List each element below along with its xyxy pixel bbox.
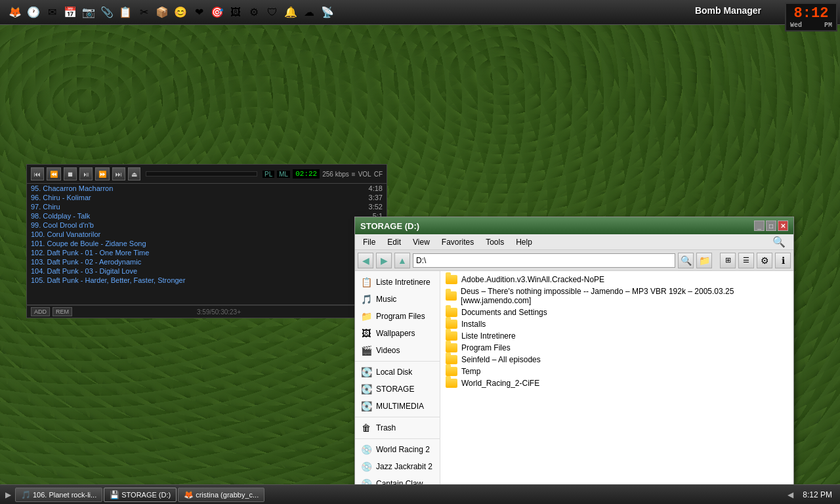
sidebar-item-videos[interactable]: 🎬 Videos <box>355 342 440 359</box>
picture-icon[interactable]: 🖼 <box>227 4 244 21</box>
list-item[interactable]: Deus – There's nothing impossible -- Jam… <box>443 285 791 306</box>
target-icon[interactable]: 🎯 <box>209 4 226 21</box>
list-item[interactable]: 102. Daft Punk - 01 - One More Time <box>27 248 387 257</box>
list-item[interactable]: Adobe.Audition.v3.WinAll.Cracked-NoPE <box>443 274 791 285</box>
menu-file[interactable]: File <box>358 236 381 248</box>
sidebar-item-liste[interactable]: 📋 Liste Intretinere <box>355 274 440 291</box>
sidebar-item-captain-claw[interactable]: 💿 Captain Claw <box>355 475 440 485</box>
taskbar-arrow-right[interactable]: ◀ <box>785 490 796 499</box>
sidebar-label-program-files: Program Files <box>376 312 425 321</box>
up-button[interactable]: ▲ <box>394 253 410 268</box>
list-item[interactable]: 95. Chacarron Macharron 4:18 <box>27 184 387 193</box>
list-item[interactable]: 103. Daft Punk - 02 - Aerodynamic <box>27 257 387 266</box>
list-item[interactable]: 99. Cool Drool d'n'b <box>27 220 387 230</box>
firefox-icon[interactable]: 🦊 <box>7 4 24 21</box>
sidebar-item-multimedia[interactable]: 💽 MULTIMEDIA <box>355 398 440 415</box>
info-button[interactable]: ℹ <box>775 253 791 268</box>
search-button[interactable]: 🔍 <box>678 253 694 268</box>
menu-view[interactable]: View <box>408 236 435 248</box>
view-icons-button[interactable]: ⊞ <box>720 253 736 268</box>
smiley-icon[interactable]: 😊 <box>172 4 189 21</box>
menu-tools[interactable]: Tools <box>480 236 509 248</box>
multimedia-icon: 💽 <box>360 400 372 412</box>
folder-icon <box>446 275 457 284</box>
bell-icon[interactable]: 🔔 <box>282 4 299 21</box>
taskbar-task-storage[interactable]: 💾 STORAGE (D:) <box>104 488 177 502</box>
winamp-ml-btn[interactable]: ML <box>277 171 290 178</box>
winamp-next-btn[interactable]: ⏭ <box>112 167 125 180</box>
winamp-rem-btn[interactable]: REM <box>52 307 72 316</box>
storage-icon: 💽 <box>360 383 372 395</box>
view-list-button[interactable]: ☰ <box>738 253 754 268</box>
list-item[interactable]: 105. Daft Punk - Harder, Better, Faster,… <box>27 276 387 285</box>
menu-favorites[interactable]: Favorites <box>436 236 479 248</box>
heart-icon[interactable]: ❤ <box>190 4 207 21</box>
sidebar-item-storage[interactable]: 💽 STORAGE <box>355 381 440 398</box>
file-manager-toolbar: ◀ ▶ ▲ 🔍 📁 ⊞ ☰ ⚙ ℹ <box>355 250 793 271</box>
list-item[interactable]: 100. Corul Vanatorilor <box>27 230 387 239</box>
sidebar-item-music[interactable]: 🎵 Music <box>355 291 440 308</box>
list-item[interactable]: World_Racing_2-CiFE <box>443 377 791 389</box>
menu-search-icon[interactable]: 🔍 <box>767 234 791 249</box>
settings-button[interactable]: ⚙ <box>757 253 772 268</box>
list-item[interactable]: 96. Chiru - Kolimar 3:37 <box>27 193 387 202</box>
camera-icon[interactable]: 📷 <box>80 4 97 21</box>
menu-help[interactable]: Help <box>511 236 537 248</box>
cloud-icon[interactable]: ☁ <box>301 4 318 21</box>
mail-icon[interactable]: ✉ <box>43 4 60 21</box>
list-item[interactable]: 98. Coldplay - Talk 5:1 <box>27 211 387 220</box>
taskbar-task-browser[interactable]: 🦊 cristina (grabby_c... <box>178 488 264 502</box>
back-button[interactable]: ◀ <box>358 253 373 268</box>
winamp-controls: ⏮ ⏪ ⏹ ⏯ ⏩ ⏭ ⏏ PL ML 02:22 256 kbps ≡ VOL… <box>26 164 387 184</box>
forward-button[interactable]: ▶ <box>376 253 392 268</box>
jazz-icon: 💿 <box>360 461 372 472</box>
minimize-button[interactable]: _ <box>754 220 765 231</box>
list-item[interactable]: Seinfeld – All episodes <box>443 354 791 366</box>
sidebar-item-program-files[interactable]: 📁 Program Files <box>355 308 440 325</box>
scissors-icon[interactable]: ✂ <box>135 4 152 21</box>
address-bar[interactable] <box>413 253 675 268</box>
package-icon[interactable]: 📦 <box>154 4 171 21</box>
list-item[interactable]: Liste Intretinere <box>443 330 791 342</box>
menu-edit[interactable]: Edit <box>382 236 406 248</box>
list-item[interactable]: Documents and Settings <box>443 306 791 318</box>
sidebar-item-world-racing[interactable]: 💿 World Racing 2 <box>355 441 440 458</box>
sidebar-item-jazz[interactable]: 💿 Jazz Jackrabit 2 <box>355 458 440 475</box>
file-manager-content: Adobe.Audition.v3.WinAll.Cracked-NoPE De… <box>440 271 793 485</box>
folder-icon <box>446 355 457 364</box>
list-item[interactable]: Program Files <box>443 342 791 354</box>
winamp-stop-btn[interactable]: ⏹ <box>64 167 77 180</box>
taskbar-arrow-left[interactable]: ▶ <box>3 490 14 499</box>
winamp-time: 02:22 <box>293 169 320 178</box>
list-item[interactable]: Installs <box>443 318 791 330</box>
winamp-progress[interactable] <box>146 171 257 177</box>
sidebar-item-local-disk[interactable]: 💽 Local Disk <box>355 364 440 381</box>
list-item[interactable]: 97. Chiru 3:52 <box>27 202 387 211</box>
paperclip-icon[interactable]: 📎 <box>98 4 116 21</box>
sidebar-item-wallpapers[interactable]: 🖼 Wallpapers <box>355 325 440 342</box>
clipboard-icon[interactable]: 📋 <box>117 4 134 21</box>
calendar-icon[interactable]: 📅 <box>62 4 79 21</box>
winamp-rew-btn[interactable]: ⏪ <box>47 167 61 180</box>
winamp-ff-btn[interactable]: ⏩ <box>95 167 110 180</box>
network-icon[interactable]: 📡 <box>319 4 336 21</box>
list-item[interactable]: 104. Daft Punk - 03 - Digital Love <box>27 266 387 276</box>
maximize-button[interactable]: □ <box>766 220 776 231</box>
close-button[interactable]: ✕ <box>778 220 788 231</box>
folder-button[interactable]: 📁 <box>696 253 712 268</box>
list-item[interactable]: Temp <box>443 366 791 377</box>
sidebar-item-trash[interactable]: 🗑 Trash <box>355 419 440 436</box>
sidebar-label-local-disk: Local Disk <box>376 368 412 377</box>
winamp-prev-btn[interactable]: ⏮ <box>31 167 44 180</box>
taskbar-task-storage-label: STORAGE (D:) <box>121 491 171 499</box>
gear-icon[interactable]: ⚙ <box>245 4 262 21</box>
winamp-eject-btn[interactable]: ⏏ <box>128 167 140 180</box>
winamp-add-btn[interactable]: ADD <box>31 307 50 316</box>
list-item[interactable]: 101. Coupe de Boule - Zidane Song <box>27 239 387 248</box>
winamp-pl-btn[interactable]: PL <box>262 171 274 178</box>
winamp-taskbar-icon: 🎵 <box>21 490 30 499</box>
taskbar-task-winamp[interactable]: 🎵 106. Planet rock-li... <box>15 488 102 502</box>
clock-icon[interactable]: 🕐 <box>25 4 42 21</box>
shield-icon[interactable]: 🛡 <box>264 4 281 21</box>
winamp-play-btn[interactable]: ⏯ <box>79 167 93 180</box>
